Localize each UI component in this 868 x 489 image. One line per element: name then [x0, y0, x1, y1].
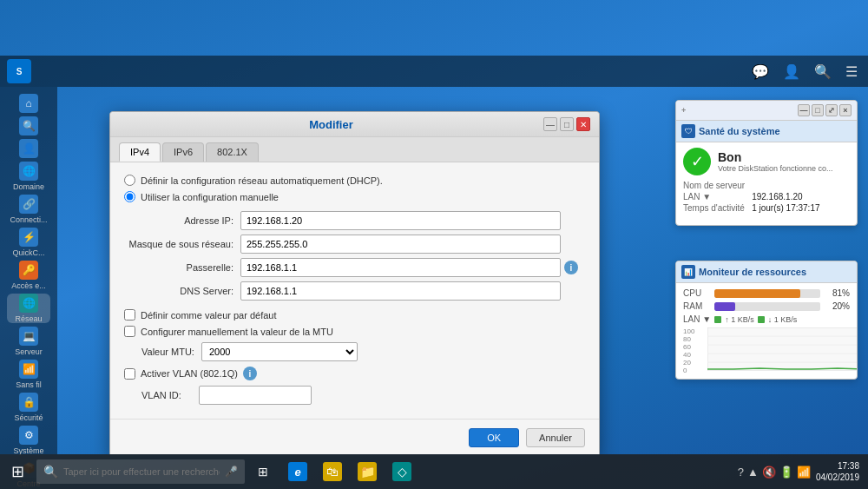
lan-value: 192.168.1.20: [752, 192, 850, 202]
chart-container: 100 80 60 40 20 0: [707, 327, 850, 373]
tab-ipv6[interactable]: IPv6: [162, 142, 204, 162]
tab-8021x[interactable]: 802.1X: [206, 142, 259, 162]
quickconn-icon: ⚡: [19, 228, 38, 247]
explorer-icon: 📁: [358, 462, 377, 481]
search-icon: 🔍: [19, 116, 38, 135]
resource-title: Moniteur de ressources: [699, 267, 806, 277]
ip-label: Adresse IP:: [124, 215, 237, 226]
taskbar-search-input[interactable]: [63, 466, 220, 477]
system-icon: ⚙: [19, 426, 38, 445]
sidebar-item-quickconn[interactable]: ⚡ QuickC...: [7, 228, 50, 257]
dialog-restore-button[interactable]: □: [560, 117, 574, 131]
dialog-controls: — □ ✕: [543, 117, 590, 131]
health-status-sub: Votre DiskStation fonctionne co...: [718, 164, 833, 173]
synology-topbar: S 💬 👤 🔍 ☰: [0, 56, 868, 87]
connectivity-icon: 🔗: [19, 195, 38, 214]
browser-taskbar-btn[interactable]: e: [281, 454, 314, 489]
mtu-checkbox[interactable]: [124, 326, 135, 337]
subnet-input[interactable]: [240, 235, 561, 254]
access-icon: 🔑: [19, 261, 38, 280]
tray-battery-icon[interactable]: 🔋: [779, 466, 793, 479]
tray-volume-icon[interactable]: 🔇: [762, 466, 776, 479]
gateway-label: Passerelle:: [124, 262, 237, 273]
vlan-checkbox[interactable]: [124, 368, 135, 380]
dialog-minimize-button[interactable]: —: [543, 117, 557, 131]
lan-label: LAN ▼: [683, 192, 745, 202]
vlan-id-row: VLAN ID:: [141, 386, 585, 405]
vlan-info-icon[interactable]: i: [243, 367, 257, 380]
lan-up-indicator: [714, 316, 721, 323]
store-icon: 🛍: [323, 462, 342, 481]
health-shield-icon: 🛡: [681, 124, 695, 138]
ip-input[interactable]: [240, 211, 561, 230]
browser-icon: e: [288, 462, 307, 481]
uptime-label: Temps d'activité: [683, 203, 745, 213]
sidebar-item-server[interactable]: 💻 Serveur: [7, 327, 50, 356]
sidebar-item-connectivity[interactable]: 🔗 Connecti...: [7, 195, 50, 224]
dialog-close-button[interactable]: ✕: [576, 117, 590, 131]
health-pin[interactable]: ×: [839, 104, 852, 116]
checkbox-mtu-row: Configurer manuellement la valeur de la …: [124, 326, 585, 337]
taskbar-search[interactable]: 🔍 🎤: [36, 459, 245, 484]
start-button[interactable]: ⊞: [0, 454, 35, 489]
vlan-id-input[interactable]: [199, 386, 312, 405]
topbar-user-icon[interactable]: 👤: [779, 62, 804, 82]
topbar-menu-icon[interactable]: ☰: [842, 62, 861, 82]
modifier-dialog: Modifier — □ ✕ IPv4 IPv6 802.1X Définir …: [109, 111, 600, 454]
sidebar-item-user[interactable]: 👤: [7, 139, 50, 158]
gateway-input[interactable]: [240, 258, 561, 277]
ram-label: RAM: [683, 301, 709, 311]
gateway-info-icon[interactable]: i: [564, 261, 578, 274]
dns-input[interactable]: [240, 281, 561, 301]
health-status-row: ✓ Bon Votre DiskStation fonctionne co...: [683, 148, 850, 175]
sidebar-item-domain[interactable]: 🌐 Domaine: [7, 162, 50, 191]
sidebar-item-system[interactable]: ⚙ Système: [7, 426, 50, 455]
resource-monitor-icon: 📊: [681, 265, 695, 279]
sidebar-item-security[interactable]: 🔒 Sécurité: [7, 393, 50, 422]
sidebar-item-home[interactable]: ⌂: [7, 94, 50, 113]
health-maximize[interactable]: ⤢: [825, 104, 838, 116]
health-restore[interactable]: □: [812, 104, 824, 116]
tray-help-icon[interactable]: ?: [738, 466, 744, 479]
lan-down: ↓ 1 KB/s: [768, 315, 798, 324]
store-taskbar-btn[interactable]: 🛍: [316, 454, 349, 489]
lan-label: LAN ▼: [683, 314, 711, 324]
resource-body: CPU 81% RAM 20% LAN ▼ ↑ 1 KB/s ↓ 1: [676, 283, 857, 379]
synology-main: Modifier — □ ✕ IPv4 IPv6 802.1X Définir …: [57, 87, 868, 454]
sidebar-item-access[interactable]: 🔑 Accès e...: [7, 261, 50, 290]
default-checkbox[interactable]: [124, 309, 135, 320]
sidebar-item-network[interactable]: 🌐 Réseau: [7, 294, 50, 323]
manual-radio[interactable]: [124, 191, 135, 202]
search-icon: 🔍: [43, 465, 58, 479]
dhcp-radio[interactable]: [124, 175, 135, 186]
dialog-title: Modifier: [119, 118, 543, 131]
health-check-icon: ✓: [683, 148, 711, 175]
clock-date: 04/02/2019: [816, 472, 859, 483]
tray-arrow-icon[interactable]: ▲: [747, 466, 759, 479]
taskbar-clock[interactable]: 17:38 04/02/2019: [816, 460, 859, 483]
cpu-pct: 81%: [825, 288, 850, 298]
tray-network-icon[interactable]: 📶: [797, 466, 811, 479]
cpu-bar-bg: [714, 289, 820, 298]
dropbox-taskbar-btn[interactable]: ◇: [385, 454, 418, 489]
cancel-button[interactable]: Annuler: [526, 428, 585, 447]
resource-header: 📊 Moniteur de ressources: [676, 261, 857, 283]
tab-ipv4[interactable]: IPv4: [119, 142, 161, 162]
topbar-icons: 💬 👤 🔍 ☰: [748, 62, 861, 82]
topbar-chat-icon[interactable]: 💬: [748, 62, 773, 82]
radio-manual-row: Utiliser la configuration manuelle: [124, 191, 585, 202]
ok-button[interactable]: OK: [469, 428, 519, 447]
mtu-select[interactable]: 2000: [201, 342, 358, 361]
ram-row: RAM 20%: [683, 301, 850, 311]
health-minimize[interactable]: —: [798, 104, 810, 116]
sidebar-item-wireless[interactable]: 📶 Sans fil: [7, 360, 50, 389]
domain-icon: 🌐: [19, 162, 38, 181]
health-info: Nom de serveur LAN ▼ 192.168.1.20 Temps …: [683, 181, 850, 213]
explorer-taskbar-btn[interactable]: 📁: [351, 454, 384, 489]
clock-time: 17:38: [816, 460, 859, 472]
health-body: ✓ Bon Votre DiskStation fonctionne co...…: [676, 142, 857, 225]
task-view-button[interactable]: ⊞: [247, 454, 279, 489]
cpu-row: CPU 81%: [683, 288, 850, 298]
topbar-search-icon[interactable]: 🔍: [811, 62, 835, 82]
sidebar-item-search[interactable]: 🔍: [7, 116, 50, 135]
